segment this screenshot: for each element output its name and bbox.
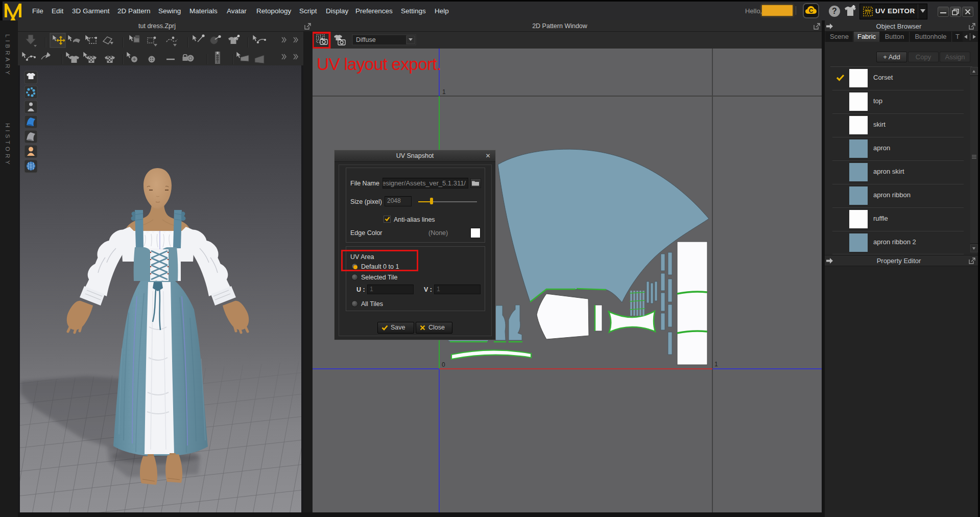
svg-text:C: C (809, 7, 814, 14)
svg-text:1: 1 (714, 361, 718, 368)
svg-text:1: 1 (442, 88, 446, 96)
svg-text:0: 0 (442, 361, 445, 368)
svg-text:Diffuse: Diffuse (356, 36, 376, 43)
